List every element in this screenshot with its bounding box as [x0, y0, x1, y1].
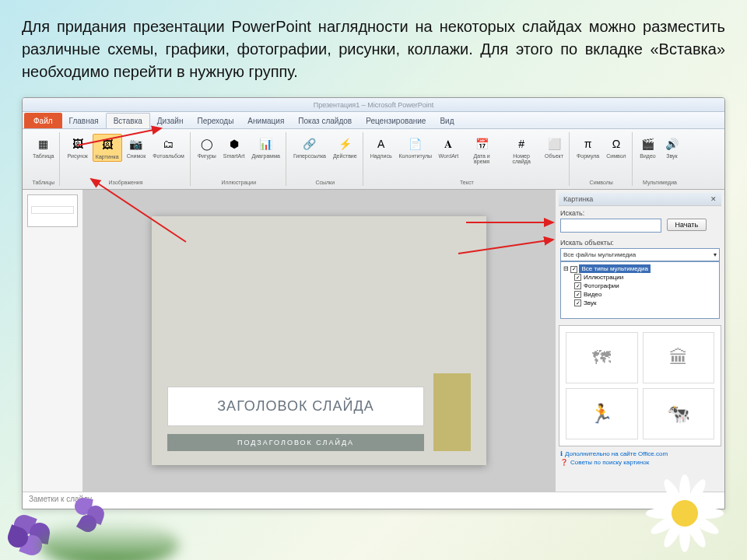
tree-item[interactable]: ✓Видео: [563, 290, 717, 299]
checkbox-icon[interactable]: ✓: [574, 282, 581, 289]
tab-дизайн[interactable]: Дизайн: [150, 113, 191, 128]
ribbon-button-label: Фигуры: [198, 153, 216, 159]
ribbon-button-колонтитулы[interactable]: 📄Колонтитулы: [397, 134, 434, 160]
tree-item[interactable]: ✓Звук: [563, 299, 717, 307]
ribbon-button-label: Фотоальбом: [153, 153, 184, 159]
таблица-icon: ▦: [35, 135, 52, 152]
tree-item[interactable]: ✓Фотографии: [563, 282, 717, 290]
ribbon-button-фотоальбом[interactable]: 🗂Фотоальбом: [150, 134, 186, 160]
slide-thumbnail[interactable]: 1: [27, 194, 78, 227]
звук-icon: 🔊: [664, 135, 681, 152]
panel-title-text: Картинка: [563, 195, 593, 203]
group-label: Иллюстрации: [221, 180, 256, 186]
objects-label: Искать объекты:: [560, 239, 720, 247]
group-label: Символы: [590, 180, 613, 186]
ribbon-button-звук[interactable]: 🔊Звук: [661, 134, 683, 160]
ribbon-button-формула[interactable]: πФормула: [574, 134, 601, 160]
panel-close-icon[interactable]: ✕: [710, 195, 717, 203]
ribbon-button-label: Формула: [577, 153, 599, 159]
ribbon-button-label: Звук: [666, 153, 677, 159]
фотоальбом-icon: 🗂: [160, 135, 177, 152]
tree-header[interactable]: Все типы мультимедиа: [579, 264, 651, 273]
колонтитулы-icon: 📄: [407, 135, 424, 152]
ribbon-button-действие[interactable]: ⚡Действие: [331, 134, 359, 160]
tab-вставка[interactable]: Вставка: [106, 113, 150, 128]
ribbon-button-wordart[interactable]: 𝐀WordArt: [437, 134, 461, 160]
group-label: Таблицы: [32, 180, 54, 186]
ribbon-button-гиперссылка[interactable]: 🔗Гиперссылка: [291, 134, 328, 160]
ribbon-button-рисунок[interactable]: 🖼Рисунок: [65, 134, 89, 160]
ribbon-button-надпись[interactable]: AНадпись: [368, 134, 395, 160]
checkbox-icon[interactable]: ✓: [570, 266, 577, 273]
powerpoint-window: Презентация1 – Microsoft PowerPoint Файл…: [22, 97, 725, 509]
tab-показ слайдов[interactable]: Показ слайдов: [291, 113, 359, 128]
ribbon-button-label: Рисунок: [67, 153, 87, 159]
действие-icon: ⚡: [336, 135, 353, 152]
slide[interactable]: ЗАГОЛОВОК СЛАЙДА ПОДЗАГОЛОВОК СЛАЙДА: [152, 216, 486, 465]
search-results: 🗺 🏛 🏃 🐄: [559, 325, 721, 446]
ribbon-button-дата и время[interactable]: 📅Дата и время: [463, 134, 500, 166]
tab-переходы[interactable]: Переходы: [190, 113, 240, 128]
ribbon-button-фигуры[interactable]: ◯Фигуры: [195, 134, 219, 160]
ribbon: ▦ТаблицаТаблицы🖼Рисунок🖼Картинка📷Снимок🗂…: [23, 129, 724, 190]
ribbon-button-label: Колонтитулы: [399, 153, 432, 159]
номер слайда-icon: #: [513, 135, 530, 152]
tab-вид[interactable]: Вид: [433, 113, 461, 128]
ribbon-button-label: Надпись: [370, 153, 392, 159]
result-thumbnail[interactable]: 🏃: [566, 388, 638, 439]
checkbox-icon[interactable]: ✓: [574, 274, 581, 281]
checkbox-icon[interactable]: ✓: [574, 299, 581, 306]
office-link[interactable]: ℹДополнительно на сайте Office.com: [560, 450, 720, 458]
smartart-icon: ⬢: [226, 135, 243, 152]
result-thumbnail[interactable]: 🏛: [643, 332, 715, 383]
thumb-number: 1: [22, 195, 23, 203]
ribbon-tabs: Файл ГлавнаяВставкаДизайнПереходыАнимаци…: [23, 112, 724, 129]
checkbox-icon[interactable]: ✓: [574, 291, 581, 298]
tips-link[interactable]: ❓Советы по поиску картинок: [560, 458, 720, 467]
надпись-icon: A: [373, 135, 390, 152]
search-button[interactable]: Начать: [667, 219, 707, 231]
notes-pane[interactable]: Заметки к слайду: [23, 492, 724, 509]
slide-title-placeholder[interactable]: ЗАГОЛОВОК СЛАЙДА: [167, 387, 424, 426]
ribbon-button-label: Снимок: [127, 153, 146, 159]
search-input[interactable]: [560, 219, 661, 233]
ribbon-button-диаграмма[interactable]: 📊Диаграмма: [249, 134, 282, 160]
ribbon-button-label: Гиперссылка: [293, 153, 326, 159]
tab-рецензирование[interactable]: Рецензирование: [359, 113, 433, 128]
ribbon-button-таблица[interactable]: ▦Таблица: [30, 134, 56, 160]
символ-icon: Ω: [608, 135, 625, 152]
search-label: Искать:: [560, 209, 720, 217]
media-type-select[interactable]: Все файлы мультимедиа ▾: [560, 248, 720, 261]
видео-icon: 🎬: [640, 135, 657, 152]
result-thumbnail[interactable]: 🗺: [566, 332, 638, 383]
slide-title-text: ЗАГОЛОВОК СЛАЙДА: [176, 398, 416, 415]
ribbon-button-видео[interactable]: 🎬Видео: [637, 134, 659, 160]
tree-item-label: Фотографии: [584, 282, 619, 289]
tab-главная[interactable]: Главная: [62, 113, 106, 128]
ribbon-button-label: Действие: [333, 153, 357, 159]
slide-subtitle-text: ПОДЗАГОЛОВОК СЛАЙДА: [172, 439, 419, 446]
tree-item[interactable]: ✓Иллюстрации: [563, 273, 717, 282]
картинка-icon: 🖼: [99, 136, 116, 153]
group-label: Текст: [460, 180, 474, 186]
ribbon-group: ▦ТаблицаТаблицы: [27, 132, 60, 186]
ribbon-button-label: Номер слайда: [505, 153, 538, 164]
group-label: Изображения: [109, 180, 143, 186]
tab-анимация[interactable]: Анимация: [240, 113, 291, 128]
ribbon-button-label: Таблица: [33, 153, 54, 159]
ribbon-button-номер слайда[interactable]: #Номер слайда: [503, 134, 540, 166]
ribbon-button-снимок[interactable]: 📷Снимок: [124, 134, 149, 160]
ribbon-button-объект[interactable]: ⬜Объект: [542, 134, 566, 160]
ribbon-group: ◯Фигуры⬢SmartArt📊ДиаграммаИллюстрации: [192, 132, 286, 186]
ribbon-button-label: Объект: [545, 153, 563, 159]
ribbon-group: 🖼Рисунок🖼Картинка📷Снимок🗂ФотоальбомИзобр…: [61, 132, 190, 186]
ribbon-button-label: SmartArt: [223, 153, 245, 159]
select-value: Все файлы мультимедиа: [563, 251, 636, 258]
result-thumbnail[interactable]: 🐄: [643, 388, 715, 439]
chevron-down-icon: ▾: [714, 251, 717, 258]
ribbon-button-символ[interactable]: ΩСимвол: [604, 134, 628, 160]
slide-subtitle-placeholder[interactable]: ПОДЗАГОЛОВОК СЛАЙДА: [167, 434, 424, 451]
ribbon-button-smartart[interactable]: ⬢SmartArt: [221, 134, 247, 160]
file-tab[interactable]: Файл: [24, 113, 62, 128]
ribbon-button-картинка[interactable]: 🖼Картинка: [93, 134, 122, 162]
